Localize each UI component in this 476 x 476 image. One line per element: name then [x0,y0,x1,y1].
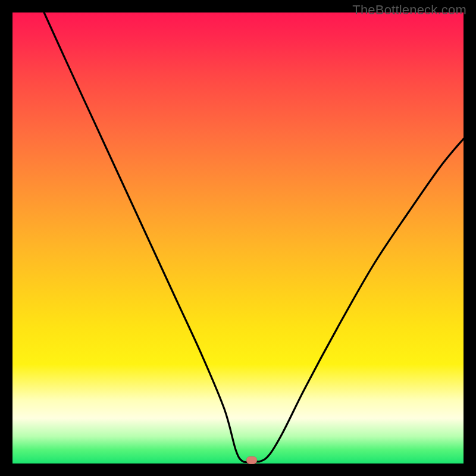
chart-frame: TheBottleneck.com [0,0,476,476]
watermark-text: TheBottleneck.com [352,2,466,18]
bottleneck-curve [12,12,464,464]
plot-area [12,12,464,464]
minimum-marker [246,456,257,464]
